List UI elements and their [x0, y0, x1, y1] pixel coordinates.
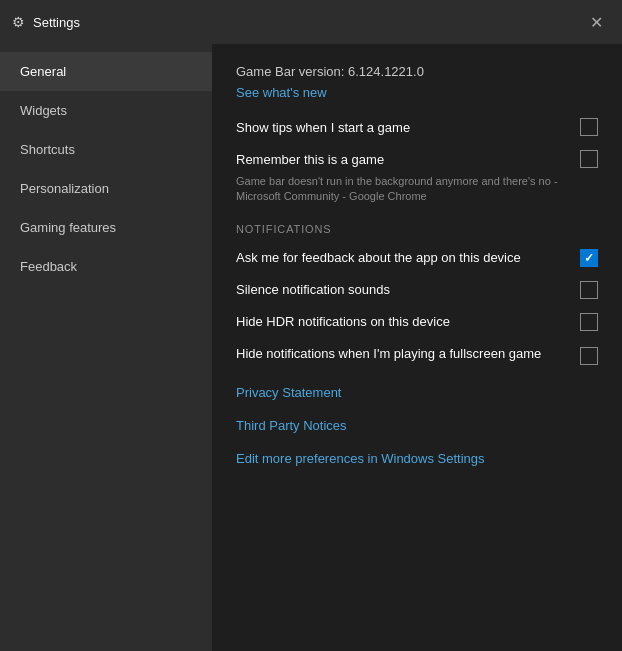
show-tips-label: Show tips when I start a game — [236, 120, 580, 135]
notifications-section-label: NOTIFICATIONS — [236, 223, 598, 235]
ask-feedback-row: Ask me for feedback about the app on thi… — [236, 249, 598, 267]
ask-feedback-label: Ask me for feedback about the app on thi… — [236, 250, 580, 265]
sidebar-item-general[interactable]: General — [0, 52, 212, 91]
info-text: Game bar doesn't run in the background a… — [236, 174, 598, 205]
sidebar: General Widgets Shortcuts Personalizatio… — [0, 44, 212, 651]
edit-preferences-link[interactable]: Edit more preferences in Windows Setting… — [236, 451, 598, 466]
hide-fullscreen-row: Hide notifications when I'm playing a fu… — [236, 345, 598, 365]
silence-sounds-checkbox[interactable] — [580, 281, 598, 299]
main-content: Game Bar version: 6.124.1221.0 See what'… — [212, 44, 622, 651]
sidebar-item-gaming-features[interactable]: Gaming features — [0, 208, 212, 247]
close-button[interactable]: ✕ — [582, 8, 610, 36]
silence-sounds-label: Silence notification sounds — [236, 282, 580, 297]
hide-fullscreen-label: Hide notifications when I'm playing a fu… — [236, 345, 580, 363]
version-text: Game Bar version: 6.124.1221.0 — [236, 64, 598, 79]
third-party-notices-link[interactable]: Third Party Notices — [236, 418, 598, 433]
sidebar-item-shortcuts[interactable]: Shortcuts — [0, 130, 212, 169]
hide-hdr-row: Hide HDR notifications on this device — [236, 313, 598, 331]
remember-game-checkbox[interactable] — [580, 150, 598, 168]
show-tips-checkbox[interactable] — [580, 118, 598, 136]
show-tips-row: Show tips when I start a game — [236, 118, 598, 136]
settings-icon: ⚙ — [12, 14, 25, 30]
hide-hdr-checkbox[interactable] — [580, 313, 598, 331]
remember-game-label: Remember this is a game — [236, 152, 580, 167]
hide-fullscreen-checkbox[interactable] — [580, 347, 598, 365]
links-section: Privacy Statement Third Party Notices Ed… — [236, 385, 598, 466]
titlebar: ⚙ Settings ✕ — [0, 0, 622, 44]
sidebar-item-feedback[interactable]: Feedback — [0, 247, 212, 286]
sidebar-item-widgets[interactable]: Widgets — [0, 91, 212, 130]
settings-window: ⚙ Settings ✕ General Widgets Shortcuts P… — [0, 0, 622, 651]
window-title: Settings — [33, 15, 582, 30]
privacy-statement-link[interactable]: Privacy Statement — [236, 385, 598, 400]
content-area: General Widgets Shortcuts Personalizatio… — [0, 44, 622, 651]
see-whats-new-link[interactable]: See what's new — [236, 85, 598, 100]
sidebar-item-personalization[interactable]: Personalization — [0, 169, 212, 208]
hide-hdr-label: Hide HDR notifications on this device — [236, 314, 580, 329]
remember-game-row: Remember this is a game — [236, 150, 598, 168]
silence-sounds-row: Silence notification sounds — [236, 281, 598, 299]
ask-feedback-checkbox[interactable] — [580, 249, 598, 267]
